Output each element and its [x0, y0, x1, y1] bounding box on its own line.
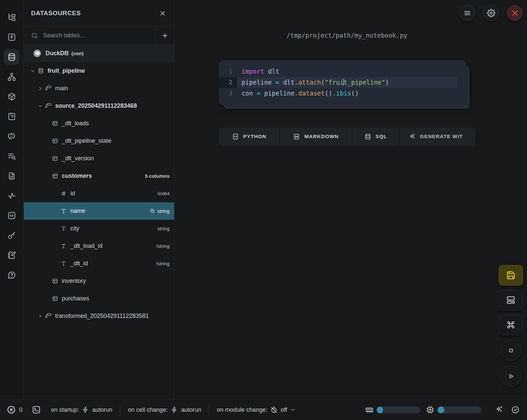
interrupt-button[interactable]	[500, 340, 521, 361]
divider	[120, 403, 120, 416]
status-right	[365, 405, 520, 414]
tree-label: source_202504291112283468	[55, 102, 137, 109]
run-all-button[interactable]	[500, 365, 521, 387]
code-line-1[interactable]: 1import dlt	[219, 66, 467, 77]
code-line-3[interactable]: 3con = pipeline.dataset().ibis()	[219, 88, 467, 99]
close-icon	[159, 10, 166, 17]
tree-row-_dlt_load_id[interactable]: _dlt_load_id!string	[24, 237, 174, 255]
search-tables-input[interactable]	[43, 32, 155, 39]
stopsq-icon	[507, 346, 515, 355]
save-icon	[506, 270, 516, 280]
zap-icon	[171, 406, 178, 413]
button-label: GENERATE WIT	[420, 134, 463, 139]
tree-row-name[interactable]: namestring	[24, 202, 174, 220]
tree-meta: string	[157, 226, 169, 231]
button-label: MARKDOWN	[304, 134, 339, 139]
settings-button[interactable]	[483, 5, 499, 21]
code-content: con = pipeline.dataset().ibis()	[237, 88, 457, 99]
add-markdown-cell-button[interactable]: MARKDOWN	[280, 128, 352, 145]
tree-row-transformed_202504291112283581[interactable]: transformed_202504291112283581	[24, 307, 174, 325]
table-icon	[52, 155, 58, 162]
generate-with-ai-button[interactable]: GENERATE WIT	[399, 128, 475, 145]
tree-row-main[interactable]: main	[24, 80, 174, 97]
tree-row-_dlt_version[interactable]: _dlt_version	[24, 150, 174, 167]
tree-row-_dlt_id[interactable]: _dlt_id!string	[24, 255, 174, 272]
sidebar-item-file-explorer[interactable]	[4, 9, 19, 25]
chevron-down-icon[interactable]	[38, 103, 43, 109]
sidebar-item-dependencies[interactable]	[4, 69, 19, 85]
line-number: 3	[219, 88, 237, 99]
sidebar-item-chat[interactable]	[4, 128, 19, 144]
tree-row-purchases[interactable]: purchases	[24, 290, 174, 307]
tracing-icon	[7, 191, 16, 200]
tree-row-id[interactable]: id!int64	[24, 185, 174, 202]
schema-icon	[45, 85, 52, 92]
tree-label: _dlt_pipeline_state	[62, 137, 111, 144]
add-python-cell-button[interactable]: PYTHON	[219, 128, 280, 145]
tree-meta: !string	[156, 243, 169, 249]
dbsmall-icon	[364, 133, 371, 140]
sidebar-item-documentation[interactable]	[4, 108, 19, 124]
shutdown-button[interactable]	[507, 5, 523, 21]
tree-row-city[interactable]: citystring	[24, 220, 174, 237]
sidebar-item-tracing[interactable]	[4, 188, 19, 204]
sidebar-item-packages[interactable]	[4, 89, 19, 104]
tree-row-_dlt_pipeline_state[interactable]: _dlt_pipeline_state	[24, 132, 174, 150]
sidebar-item-scratchpad[interactable]	[4, 247, 19, 263]
menu-button[interactable]	[459, 5, 475, 21]
sidebar-item-functions[interactable]	[4, 29, 19, 45]
sidebar-item-help[interactable]	[4, 267, 19, 283]
line-number: 2	[219, 77, 237, 88]
chevron-right-icon[interactable]	[38, 314, 43, 319]
status-left: 0 on startup:autorunon cell change:autor…	[7, 403, 295, 416]
sidebar-item-snippets[interactable]	[4, 208, 19, 223]
tree-row-customers[interactable]: customers5 columns	[24, 167, 174, 185]
chat-icon	[7, 132, 16, 141]
tree-row-_dlt_loads[interactable]: _dlt_loads	[24, 115, 174, 132]
copy-icon[interactable]	[150, 209, 155, 213]
tree-row-source_202504291112283468[interactable]: source_202504291112283468	[24, 97, 174, 115]
runtime-setting-2[interactable]: on cell change:autorun	[128, 406, 201, 413]
errors-indicator-icon[interactable]	[7, 405, 16, 414]
activity-bar	[0, 0, 23, 399]
tree-label: fruit_pipeline	[48, 67, 85, 74]
tree-meta: 5 columns	[145, 173, 169, 179]
duckdb-logo-icon	[33, 49, 42, 58]
tree-label: purchases	[62, 295, 89, 302]
scratchpad-icon	[7, 251, 16, 260]
datasource-tree: fruit_pipelinemainsource_202504291112283…	[24, 62, 174, 325]
engine-connection: (con)	[71, 51, 84, 56]
code-cell[interactable]: 1import dlt2pipeline = dlt.attach("fruit…	[219, 60, 467, 105]
add-sql-cell-button[interactable]: SQL	[352, 128, 399, 145]
runtime-setting-3[interactable]: on module change:off	[217, 406, 295, 413]
sidebar-item-logs[interactable]	[4, 148, 19, 164]
tree-row-fruit_pipeline[interactable]: fruit_pipeline	[24, 62, 174, 80]
chevron-down-icon[interactable]	[30, 68, 35, 74]
save-notebook-button[interactable]	[499, 265, 523, 286]
notebook-path: /tmp/project/path/my_notebook.py	[205, 32, 489, 39]
keyboard-shortcuts-button[interactable]	[499, 315, 523, 335]
code-line-2[interactable]: 2pipeline = dlt.attach("fruit_pipeline")	[219, 77, 467, 88]
add-datasource-button[interactable]	[155, 27, 174, 44]
chevron-right-icon[interactable]	[38, 86, 43, 91]
sparkles-icon	[409, 133, 416, 140]
setting-label: on cell change:	[128, 406, 168, 413]
tree-meta: !string	[156, 261, 169, 266]
type-icon	[60, 225, 67, 232]
layout-select-button[interactable]	[499, 290, 523, 310]
ai-sparkles-button[interactable]	[495, 405, 503, 414]
plus-icon	[161, 32, 169, 39]
terminal-button[interactable]	[32, 405, 41, 414]
close-panel-button[interactable]	[159, 10, 166, 17]
dependencies-icon	[7, 72, 16, 81]
engine-row-duckdb[interactable]: DuckDB (con)	[24, 45, 174, 62]
sidebar-item-outline[interactable]	[4, 168, 19, 184]
sidebar-item-secrets[interactable]	[4, 227, 19, 243]
window-actions	[459, 5, 523, 21]
connection-status-icon[interactable]	[511, 405, 520, 414]
gear-icon	[487, 9, 495, 17]
search-icon	[31, 32, 38, 39]
tree-row-inventory[interactable]: inventory	[24, 272, 174, 290]
runtime-setting-1[interactable]: on startup:autorun	[51, 406, 112, 413]
sidebar-item-datasources[interactable]	[4, 49, 19, 65]
